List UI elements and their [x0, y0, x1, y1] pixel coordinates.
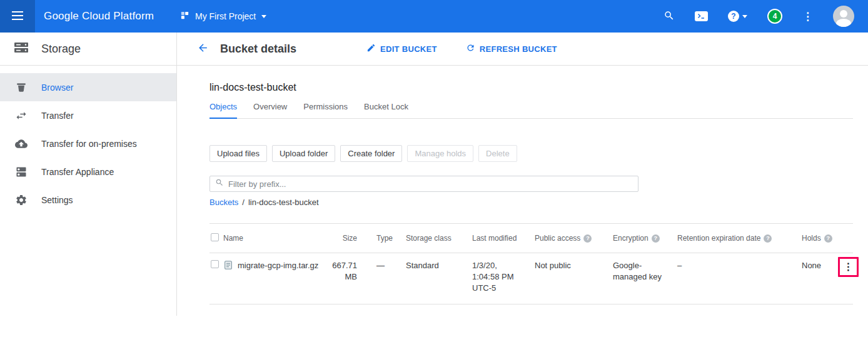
column-header-storage-class: Storage class — [406, 234, 472, 243]
search-button[interactable] — [664, 10, 675, 23]
bucket-icon — [15, 81, 28, 94]
column-header-name: Name — [223, 234, 317, 243]
utilities-menu-button[interactable]: ⋮ — [802, 11, 813, 22]
cell-holds: None — [802, 260, 838, 271]
refresh-bucket-button[interactable]: REFRESH BUCKET — [466, 43, 557, 54]
object-toolbar: Upload files Upload folder Create folder… — [209, 145, 853, 162]
edit-bucket-label: EDIT BUCKET — [380, 44, 437, 54]
tab-overview[interactable]: Overview — [253, 102, 287, 118]
sidebar-item-settings[interactable]: Settings — [0, 186, 176, 214]
gear-icon — [15, 194, 28, 206]
cell-last-modified: 1/3/20, 1:04:58 PM UTC-5 — [472, 260, 520, 294]
bucket-details-content: lin-docs-test-bucket Objects Overview Pe… — [177, 82, 868, 304]
column-header-type: Type — [357, 234, 406, 243]
objects-table: Name Size Type Storage class Last modifi… — [209, 223, 853, 304]
sidebar-nav: Browser Transfer Transfer for on-premise… — [0, 66, 176, 214]
object-name-link[interactable]: migrate-gcp-img.tar.gz — [238, 260, 318, 271]
tab-bar: Objects Overview Permissions Bucket Lock — [209, 102, 853, 119]
manage-holds-button: Manage holds — [407, 145, 473, 162]
delete-button: Delete — [478, 145, 517, 162]
sidebar-item-label: Settings — [41, 195, 73, 205]
create-folder-button[interactable]: Create folder — [340, 145, 402, 162]
account-avatar[interactable] — [833, 6, 854, 27]
storage-product-icon — [14, 41, 29, 56]
breadcrumb: Buckets / lin-docs-test-bucket — [209, 198, 853, 207]
top-bar: Google Cloud Platform My First Project ?… — [0, 0, 868, 33]
person-icon — [840, 10, 847, 18]
breadcrumb-current: lin-docs-test-bucket — [248, 198, 319, 207]
back-button[interactable] — [197, 42, 209, 56]
sidebar-item-label: Transfer Appliance — [41, 167, 114, 177]
column-header-public-access: Public access ? — [535, 234, 613, 243]
arrow-left-icon — [197, 42, 209, 56]
help-icon: ? — [728, 11, 739, 22]
filter-prefix-box — [209, 176, 638, 192]
row-menu-button[interactable]: ⋮ — [844, 262, 854, 272]
upload-folder-button[interactable]: Upload folder — [272, 145, 335, 162]
help-icon[interactable]: ? — [652, 234, 660, 243]
column-header-holds: Holds ? — [802, 234, 838, 243]
edit-bucket-button[interactable]: EDIT BUCKET — [366, 43, 437, 54]
cell-public-access: Not public — [535, 260, 613, 271]
cell-size: 667.71 MB — [327, 260, 357, 283]
help-icon[interactable]: ? — [764, 234, 772, 243]
cloud-upload-icon — [15, 138, 28, 150]
hamburger-icon — [12, 11, 23, 22]
table-header-row: Name Size Type Storage class Last modifi… — [209, 223, 853, 253]
upload-files-button[interactable]: Upload files — [209, 145, 267, 162]
annotation-highlight: ⋮ — [838, 257, 859, 277]
project-icon — [180, 11, 189, 22]
search-icon — [215, 178, 224, 189]
notifications-badge[interactable]: 4 — [767, 9, 782, 24]
page-title: Bucket details — [220, 43, 296, 56]
tab-objects[interactable]: Objects — [209, 102, 237, 119]
file-icon — [223, 260, 233, 273]
sidebar-item-browser[interactable]: Browser — [0, 73, 176, 101]
kebab-icon: ⋮ — [802, 11, 813, 22]
bucket-name-heading: lin-docs-test-bucket — [209, 82, 853, 93]
sidebar-item-transfer-appliance[interactable]: Transfer Appliance — [0, 158, 176, 186]
cell-type: — — [357, 260, 406, 271]
sidebar-item-label: Transfer for on-premises — [41, 139, 137, 149]
cloud-shell-button[interactable] — [695, 11, 708, 21]
cell-storage-class: Standard — [406, 260, 472, 271]
sidebar-title: Storage — [41, 43, 81, 56]
tab-permissions[interactable]: Permissions — [303, 102, 348, 118]
project-selector[interactable]: My First Project — [180, 11, 266, 22]
sidebar-item-transfer[interactable]: Transfer — [0, 101, 176, 129]
table-row: migrate-gcp-img.tar.gz 667.71 MB — Stand… — [209, 253, 853, 304]
filter-prefix-input[interactable] — [228, 179, 633, 189]
column-header-size: Size — [343, 234, 357, 243]
refresh-bucket-label: REFRESH BUCKET — [480, 44, 557, 54]
chevron-down-icon — [261, 15, 266, 18]
row-checkbox[interactable] — [211, 260, 219, 268]
sidebar-item-label: Browser — [41, 83, 73, 93]
cell-encryption: Google-managed key — [613, 260, 664, 283]
select-all-checkbox[interactable] — [211, 233, 219, 241]
swap-arrows-icon — [15, 109, 28, 122]
pencil-icon — [366, 43, 376, 54]
column-header-encryption: Encryption ? — [613, 234, 677, 243]
breadcrumb-buckets-link[interactable]: Buckets — [209, 198, 238, 207]
brand-title[interactable]: Google Cloud Platform — [35, 10, 178, 23]
menu-button[interactable] — [0, 0, 35, 33]
chevron-down-icon — [742, 15, 747, 18]
help-button[interactable]: ? — [728, 11, 747, 22]
main-content: Bucket details EDIT BUCKET REFRESH BUCKE… — [177, 33, 868, 316]
column-header-retention: Retention expiration date ? — [677, 234, 802, 243]
page-header: Bucket details EDIT BUCKET REFRESH BUCKE… — [177, 33, 868, 66]
help-icon[interactable]: ? — [583, 234, 592, 243]
appliance-icon — [15, 166, 28, 178]
sidebar-item-label: Transfer — [41, 111, 74, 121]
help-icon[interactable]: ? — [824, 234, 832, 243]
column-header-last-modified: Last modified — [472, 234, 535, 243]
breadcrumb-separator: / — [242, 198, 245, 207]
project-name-label: My First Project — [195, 11, 256, 21]
sidebar-header: Storage — [0, 33, 176, 66]
topbar-utilities: ? 4 ⋮ — [664, 6, 868, 27]
tab-bucket-lock[interactable]: Bucket Lock — [364, 102, 408, 118]
search-icon — [664, 10, 675, 23]
refresh-icon — [466, 43, 475, 54]
sidebar-item-transfer-on-premises[interactable]: Transfer for on-premises — [0, 129, 176, 158]
cloud-shell-icon — [695, 11, 708, 21]
